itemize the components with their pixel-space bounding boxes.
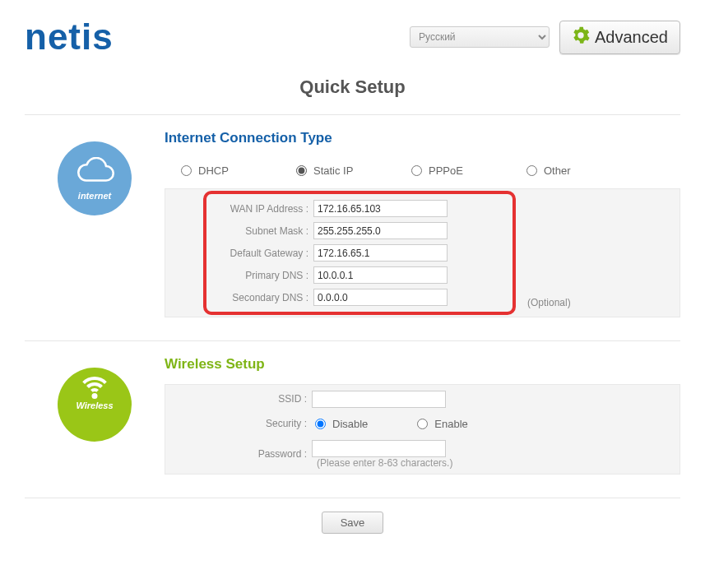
radio-pppoe[interactable]: PPPoE xyxy=(411,164,526,177)
highlight-box: WAN IP Address : Subnet Mask : Default G… xyxy=(203,191,516,315)
ssid-input[interactable] xyxy=(312,391,446,408)
row-secondary-dns: Secondary DNS : xyxy=(208,286,511,308)
cloud-icon xyxy=(72,157,118,189)
language-select[interactable]: Русский xyxy=(410,26,550,48)
row-security: Security : Disable Enable xyxy=(165,411,679,436)
internet-badge: internet xyxy=(58,141,132,215)
wireless-form: SSID : Security : Disable Enable Passwor… xyxy=(165,384,680,475)
row-password: Password : (Please enter 8-63 characters… xyxy=(165,436,679,472)
pdns-label: Primary DNS : xyxy=(208,270,313,281)
row-subnet: Subnet Mask : xyxy=(208,220,511,242)
logo-text: netis xyxy=(25,16,114,57)
page-title: Quick Setup xyxy=(25,76,680,98)
sdns-input[interactable] xyxy=(313,289,448,306)
radio-other[interactable]: Other xyxy=(526,164,642,177)
internet-badge-label: internet xyxy=(78,191,111,201)
row-ssid: SSID : xyxy=(165,387,679,411)
advanced-label: Advanced xyxy=(595,28,668,47)
wan-ip-input[interactable] xyxy=(313,200,448,217)
wireless-content: Wireless Setup SSID : Security : Disable… xyxy=(165,356,680,475)
static-ip-form: WAN IP Address : Subnet Mask : Default G… xyxy=(165,188,680,317)
wan-ip-label: WAN IP Address : xyxy=(208,203,313,215)
wireless-badge-col: Wireless xyxy=(25,356,165,442)
wireless-section: Wireless Wireless Setup SSID : Security … xyxy=(25,340,680,498)
wireless-title: Wireless Setup xyxy=(165,356,680,373)
security-label: Security : xyxy=(165,418,312,429)
password-label: Password : xyxy=(165,448,312,460)
radio-security-disable[interactable]: Disable xyxy=(315,418,368,430)
gear-icon xyxy=(572,26,590,49)
save-row: Save xyxy=(25,498,680,540)
optional-label: (Optional) xyxy=(527,297,571,308)
row-primary-dns: Primary DNS : xyxy=(208,264,511,286)
pdns-input[interactable] xyxy=(313,266,448,284)
wireless-badge: Wireless xyxy=(58,368,132,442)
gateway-input[interactable] xyxy=(313,244,448,262)
gateway-label: Default Gateway : xyxy=(208,248,313,259)
row-gateway: Default Gateway : xyxy=(208,242,511,264)
internet-title: Internet Connection Type xyxy=(165,130,680,146)
radio-security-enable[interactable]: Enable xyxy=(417,418,467,430)
radio-static-ip[interactable]: Static IP xyxy=(296,164,411,177)
subnet-label: Subnet Mask : xyxy=(208,225,313,237)
sdns-label: Secondary DNS : xyxy=(208,292,313,303)
row-wan-ip: WAN IP Address : xyxy=(208,197,511,220)
radio-dhcp[interactable]: DHCP xyxy=(181,164,296,177)
internet-section: internet Internet Connection Type DHCP S… xyxy=(25,114,680,340)
wireless-badge-label: Wireless xyxy=(76,400,113,410)
save-button[interactable]: Save xyxy=(322,512,384,534)
subnet-input[interactable] xyxy=(313,222,448,239)
internet-content: Internet Connection Type DHCP Static IP … xyxy=(165,130,680,317)
password-input[interactable] xyxy=(312,440,446,457)
header: netis Русский Advanced xyxy=(25,16,680,70)
logo: netis xyxy=(25,16,114,58)
password-hint: (Please enter 8-63 characters.) xyxy=(317,457,452,469)
ssid-label: SSID : xyxy=(165,393,312,405)
header-right: Русский Advanced xyxy=(410,21,680,54)
advanced-button[interactable]: Advanced xyxy=(559,21,680,54)
connection-type-radios: DHCP Static IP PPPoE Other xyxy=(165,158,680,188)
internet-badge-col: internet xyxy=(25,130,165,215)
